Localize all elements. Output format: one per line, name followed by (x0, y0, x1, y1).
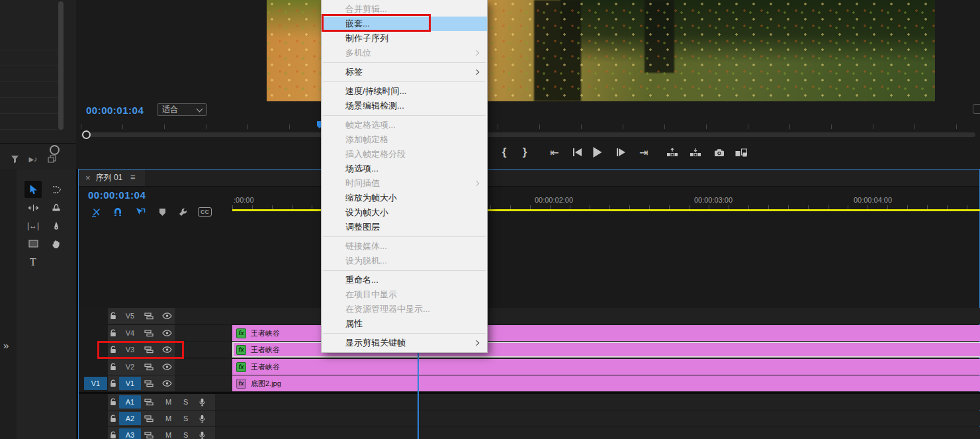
program-mini-ruler[interactable] (81, 119, 975, 129)
menu-item: 链接媒体... (322, 239, 487, 254)
voiceover-record-icon[interactable] (199, 394, 205, 410)
go-to-out-icon[interactable]: ⇥ (639, 142, 648, 163)
menu-item[interactable]: 属性 (322, 317, 487, 331)
step-back-icon[interactable] (572, 142, 582, 163)
close-icon[interactable]: × (85, 173, 91, 183)
voiceover-record-icon[interactable] (199, 427, 205, 439)
fx-badge-icon[interactable]: fx (236, 362, 246, 372)
sync-lock-icon[interactable] (144, 325, 154, 341)
track-label-a3[interactable]: A3 (119, 428, 141, 439)
new-item-icon[interactable] (45, 153, 58, 165)
scrollbar-end-cap[interactable] (973, 104, 980, 114)
clip-王者峡谷[interactable]: fx王者峡谷 (232, 359, 980, 375)
export-frame-icon[interactable] (714, 142, 725, 163)
expand-dock-icon[interactable]: » (3, 340, 7, 351)
scrubber-knob[interactable] (82, 130, 91, 139)
menu-item[interactable]: 缩放为帧大小 (322, 191, 487, 205)
sync-lock-icon[interactable] (144, 359, 154, 375)
toggle-track-output-icon[interactable] (162, 359, 172, 375)
selection-tool[interactable] (24, 181, 42, 198)
track-select-forward-tool[interactable] (48, 181, 65, 198)
filter-icon[interactable] (8, 153, 21, 165)
sync-lock-icon[interactable] (144, 427, 154, 439)
pen-tool[interactable] (48, 217, 65, 234)
zoom-level-select[interactable]: 适合 (157, 103, 207, 116)
sync-lock-icon[interactable] (144, 411, 154, 426)
solo-button[interactable]: S (183, 394, 188, 410)
sync-lock-icon[interactable] (144, 308, 154, 324)
lock-icon[interactable] (110, 375, 116, 391)
menu-item[interactable]: 制作子序列 (322, 31, 487, 46)
lock-icon[interactable] (110, 325, 116, 341)
play-icon[interactable] (594, 142, 602, 163)
lift-icon[interactable] (666, 142, 678, 163)
menu-item[interactable]: 显示剪辑关键帧 (322, 336, 487, 350)
menu-item[interactable]: 场景编辑检测... (322, 99, 487, 113)
fx-badge-icon[interactable]: fx (236, 328, 246, 338)
fx-badge-icon[interactable]: fx (236, 345, 246, 355)
fx-badge-icon[interactable]: fx (236, 379, 246, 389)
menu-item[interactable]: 速度/持续时间... (322, 84, 487, 99)
timeline-settings-icon[interactable] (178, 205, 188, 219)
sync-lock-icon[interactable] (144, 394, 154, 410)
automate-to-sequence-icon[interactable]: ▶♪ (26, 153, 40, 165)
toggle-track-output-icon[interactable] (162, 375, 172, 391)
project-scrollbar[interactable] (58, 1, 64, 130)
audio-track-a1: A1MS (79, 394, 980, 410)
source-patch-v1[interactable]: V1 (84, 377, 107, 390)
solo-button[interactable]: S (183, 427, 188, 439)
lock-icon[interactable] (110, 359, 116, 375)
menu-item[interactable]: 调整图层 (322, 220, 487, 234)
rectangle-tool[interactable] (24, 235, 42, 252)
lock-icon[interactable] (110, 427, 116, 439)
mute-button[interactable]: M (165, 427, 171, 439)
menu-separator (322, 60, 487, 65)
toggle-track-output-icon[interactable] (162, 325, 172, 341)
comparison-view-icon[interactable] (735, 142, 748, 163)
panel-menu-icon[interactable]: ≡ (130, 172, 136, 182)
nest-toggle-icon[interactable] (91, 205, 102, 219)
menu-item[interactable]: 场选项... (322, 162, 487, 176)
mute-button[interactable]: M (165, 394, 171, 410)
program-scrubber[interactable] (81, 132, 975, 137)
lock-icon[interactable] (110, 411, 116, 426)
step-forward-icon[interactable] (616, 142, 625, 163)
track-label-v5[interactable]: V5 (119, 309, 141, 322)
captions-icon[interactable]: CC (198, 205, 212, 219)
track-label-a2[interactable]: A2 (119, 412, 141, 425)
extract-icon[interactable] (690, 142, 701, 163)
track-label-a1[interactable]: A1 (119, 395, 141, 409)
slip-tool[interactable]: |↔| (24, 217, 42, 234)
video-audio-divider[interactable] (79, 392, 980, 394)
sync-lock-icon[interactable] (144, 375, 154, 391)
lock-icon[interactable] (110, 308, 116, 324)
track-label-v1[interactable]: V1 (119, 377, 141, 390)
go-to-in-icon[interactable]: ⇤ (550, 142, 558, 163)
linked-selection-icon[interactable] (135, 205, 146, 219)
voiceover-record-icon[interactable] (199, 411, 205, 426)
toggle-track-output-icon[interactable] (162, 308, 172, 324)
ripple-edit-tool[interactable] (24, 199, 42, 217)
mark-in-icon[interactable]: { (502, 142, 507, 163)
tab-title: 序列 01 (96, 172, 123, 183)
snap-icon[interactable] (114, 205, 122, 219)
mute-button[interactable]: M (165, 411, 171, 426)
divider (0, 143, 76, 144)
program-timecode[interactable]: 00:00:01:04 (86, 105, 144, 116)
lock-icon[interactable] (110, 394, 116, 410)
solo-button[interactable]: S (183, 411, 188, 426)
menu-item-label: 速度/持续时间... (345, 86, 406, 96)
hand-tool[interactable] (48, 235, 65, 252)
mark-out-icon[interactable]: } (523, 142, 527, 163)
menu-item[interactable]: 设为帧大小 (322, 205, 487, 220)
track-label-v4[interactable]: V4 (119, 326, 141, 340)
razor-tool[interactable] (48, 199, 65, 217)
add-marker-icon[interactable] (159, 205, 166, 219)
track-label-v2[interactable]: V2 (119, 360, 141, 373)
menu-item[interactable]: 标签 (322, 65, 487, 79)
type-tool[interactable]: T (24, 254, 42, 271)
track-header: V5 (79, 308, 232, 324)
timeline-timecode[interactable]: 00:00:01:04 (88, 189, 146, 201)
clip-底图2.jpg[interactable]: fx底图2.jpg (232, 375, 980, 391)
menu-item[interactable]: 重命名... (322, 273, 487, 287)
